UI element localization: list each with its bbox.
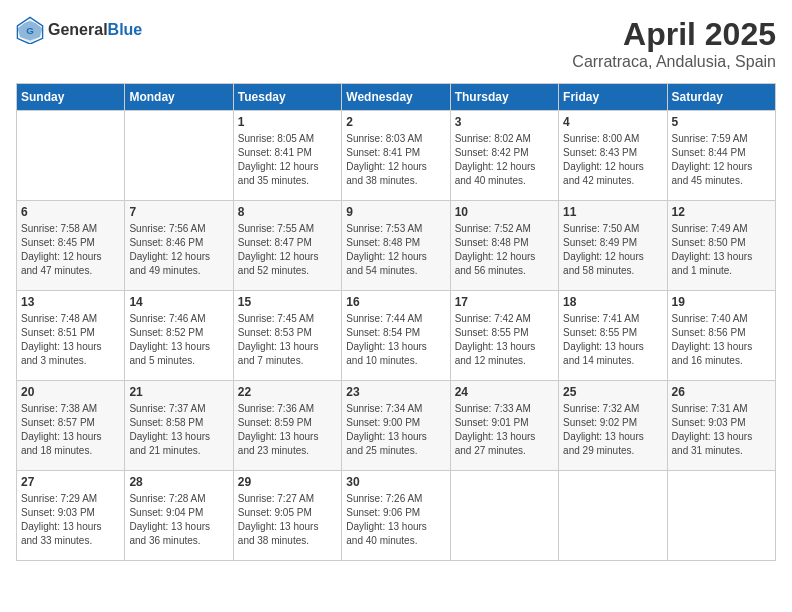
day-info: Sunrise: 7:55 AMSunset: 8:47 PMDaylight:… — [238, 222, 337, 278]
day-header-saturday: Saturday — [667, 84, 775, 111]
calendar-cell: 14Sunrise: 7:46 AMSunset: 8:52 PMDayligh… — [125, 291, 233, 381]
day-info: Sunrise: 7:29 AMSunset: 9:03 PMDaylight:… — [21, 492, 120, 548]
calendar-cell — [450, 471, 558, 561]
day-number: 22 — [238, 385, 337, 399]
day-info: Sunrise: 7:33 AMSunset: 9:01 PMDaylight:… — [455, 402, 554, 458]
title-block: April 2025 Carratraca, Andalusia, Spain — [572, 16, 776, 71]
week-row-0: 1Sunrise: 8:05 AMSunset: 8:41 PMDaylight… — [17, 111, 776, 201]
calendar-cell: 20Sunrise: 7:38 AMSunset: 8:57 PMDayligh… — [17, 381, 125, 471]
day-info: Sunrise: 7:40 AMSunset: 8:56 PMDaylight:… — [672, 312, 771, 368]
day-info: Sunrise: 7:28 AMSunset: 9:04 PMDaylight:… — [129, 492, 228, 548]
day-info: Sunrise: 8:00 AMSunset: 8:43 PMDaylight:… — [563, 132, 662, 188]
day-of-week-row: SundayMondayTuesdayWednesdayThursdayFrid… — [17, 84, 776, 111]
day-info: Sunrise: 7:31 AMSunset: 9:03 PMDaylight:… — [672, 402, 771, 458]
day-info: Sunrise: 7:58 AMSunset: 8:45 PMDaylight:… — [21, 222, 120, 278]
day-number: 5 — [672, 115, 771, 129]
day-number: 13 — [21, 295, 120, 309]
day-number: 21 — [129, 385, 228, 399]
day-info: Sunrise: 7:45 AMSunset: 8:53 PMDaylight:… — [238, 312, 337, 368]
calendar-cell — [667, 471, 775, 561]
calendar-cell: 6Sunrise: 7:58 AMSunset: 8:45 PMDaylight… — [17, 201, 125, 291]
day-number: 28 — [129, 475, 228, 489]
day-number: 6 — [21, 205, 120, 219]
main-title: April 2025 — [572, 16, 776, 53]
week-row-3: 20Sunrise: 7:38 AMSunset: 8:57 PMDayligh… — [17, 381, 776, 471]
calendar-cell: 24Sunrise: 7:33 AMSunset: 9:01 PMDayligh… — [450, 381, 558, 471]
day-info: Sunrise: 7:36 AMSunset: 8:59 PMDaylight:… — [238, 402, 337, 458]
day-header-thursday: Thursday — [450, 84, 558, 111]
day-number: 27 — [21, 475, 120, 489]
day-info: Sunrise: 7:52 AMSunset: 8:48 PMDaylight:… — [455, 222, 554, 278]
day-info: Sunrise: 7:50 AMSunset: 8:49 PMDaylight:… — [563, 222, 662, 278]
day-number: 8 — [238, 205, 337, 219]
calendar-cell: 26Sunrise: 7:31 AMSunset: 9:03 PMDayligh… — [667, 381, 775, 471]
day-header-sunday: Sunday — [17, 84, 125, 111]
day-number: 1 — [238, 115, 337, 129]
day-info: Sunrise: 8:02 AMSunset: 8:42 PMDaylight:… — [455, 132, 554, 188]
calendar-cell: 30Sunrise: 7:26 AMSunset: 9:06 PMDayligh… — [342, 471, 450, 561]
day-info: Sunrise: 7:27 AMSunset: 9:05 PMDaylight:… — [238, 492, 337, 548]
day-number: 24 — [455, 385, 554, 399]
week-row-2: 13Sunrise: 7:48 AMSunset: 8:51 PMDayligh… — [17, 291, 776, 381]
day-number: 30 — [346, 475, 445, 489]
calendar-cell: 22Sunrise: 7:36 AMSunset: 8:59 PMDayligh… — [233, 381, 341, 471]
logo: G GeneralBlue — [16, 16, 142, 44]
calendar-cell: 10Sunrise: 7:52 AMSunset: 8:48 PMDayligh… — [450, 201, 558, 291]
day-info: Sunrise: 7:26 AMSunset: 9:06 PMDaylight:… — [346, 492, 445, 548]
calendar-cell: 15Sunrise: 7:45 AMSunset: 8:53 PMDayligh… — [233, 291, 341, 381]
calendar-cell: 17Sunrise: 7:42 AMSunset: 8:55 PMDayligh… — [450, 291, 558, 381]
day-info: Sunrise: 7:32 AMSunset: 9:02 PMDaylight:… — [563, 402, 662, 458]
calendar-cell: 23Sunrise: 7:34 AMSunset: 9:00 PMDayligh… — [342, 381, 450, 471]
day-info: Sunrise: 7:44 AMSunset: 8:54 PMDaylight:… — [346, 312, 445, 368]
day-number: 3 — [455, 115, 554, 129]
subtitle: Carratraca, Andalusia, Spain — [572, 53, 776, 71]
calendar-cell: 4Sunrise: 8:00 AMSunset: 8:43 PMDaylight… — [559, 111, 667, 201]
svg-text:G: G — [26, 25, 34, 36]
calendar-cell: 19Sunrise: 7:40 AMSunset: 8:56 PMDayligh… — [667, 291, 775, 381]
day-number: 29 — [238, 475, 337, 489]
day-info: Sunrise: 8:03 AMSunset: 8:41 PMDaylight:… — [346, 132, 445, 188]
day-number: 23 — [346, 385, 445, 399]
day-number: 20 — [21, 385, 120, 399]
day-info: Sunrise: 7:59 AMSunset: 8:44 PMDaylight:… — [672, 132, 771, 188]
day-info: Sunrise: 7:49 AMSunset: 8:50 PMDaylight:… — [672, 222, 771, 278]
calendar-cell: 29Sunrise: 7:27 AMSunset: 9:05 PMDayligh… — [233, 471, 341, 561]
day-number: 26 — [672, 385, 771, 399]
calendar: SundayMondayTuesdayWednesdayThursdayFrid… — [16, 83, 776, 561]
logo-blue: Blue — [108, 21, 143, 38]
logo-icon: G — [16, 16, 44, 44]
calendar-cell: 8Sunrise: 7:55 AMSunset: 8:47 PMDaylight… — [233, 201, 341, 291]
day-number: 15 — [238, 295, 337, 309]
day-number: 16 — [346, 295, 445, 309]
calendar-cell: 18Sunrise: 7:41 AMSunset: 8:55 PMDayligh… — [559, 291, 667, 381]
calendar-cell: 7Sunrise: 7:56 AMSunset: 8:46 PMDaylight… — [125, 201, 233, 291]
day-info: Sunrise: 7:41 AMSunset: 8:55 PMDaylight:… — [563, 312, 662, 368]
day-header-friday: Friday — [559, 84, 667, 111]
day-info: Sunrise: 7:56 AMSunset: 8:46 PMDaylight:… — [129, 222, 228, 278]
day-info: Sunrise: 7:48 AMSunset: 8:51 PMDaylight:… — [21, 312, 120, 368]
day-number: 11 — [563, 205, 662, 219]
calendar-cell: 3Sunrise: 8:02 AMSunset: 8:42 PMDaylight… — [450, 111, 558, 201]
calendar-cell: 21Sunrise: 7:37 AMSunset: 8:58 PMDayligh… — [125, 381, 233, 471]
calendar-cell: 5Sunrise: 7:59 AMSunset: 8:44 PMDaylight… — [667, 111, 775, 201]
day-header-wednesday: Wednesday — [342, 84, 450, 111]
day-info: Sunrise: 7:53 AMSunset: 8:48 PMDaylight:… — [346, 222, 445, 278]
day-number: 10 — [455, 205, 554, 219]
day-header-tuesday: Tuesday — [233, 84, 341, 111]
day-info: Sunrise: 7:34 AMSunset: 9:00 PMDaylight:… — [346, 402, 445, 458]
day-number: 25 — [563, 385, 662, 399]
day-number: 19 — [672, 295, 771, 309]
calendar-body: 1Sunrise: 8:05 AMSunset: 8:41 PMDaylight… — [17, 111, 776, 561]
day-info: Sunrise: 7:37 AMSunset: 8:58 PMDaylight:… — [129, 402, 228, 458]
calendar-cell: 12Sunrise: 7:49 AMSunset: 8:50 PMDayligh… — [667, 201, 775, 291]
calendar-cell: 16Sunrise: 7:44 AMSunset: 8:54 PMDayligh… — [342, 291, 450, 381]
day-info: Sunrise: 7:38 AMSunset: 8:57 PMDaylight:… — [21, 402, 120, 458]
day-number: 18 — [563, 295, 662, 309]
calendar-cell — [559, 471, 667, 561]
day-number: 7 — [129, 205, 228, 219]
day-info: Sunrise: 7:46 AMSunset: 8:52 PMDaylight:… — [129, 312, 228, 368]
calendar-cell: 27Sunrise: 7:29 AMSunset: 9:03 PMDayligh… — [17, 471, 125, 561]
calendar-cell: 28Sunrise: 7:28 AMSunset: 9:04 PMDayligh… — [125, 471, 233, 561]
calendar-cell: 25Sunrise: 7:32 AMSunset: 9:02 PMDayligh… — [559, 381, 667, 471]
day-number: 12 — [672, 205, 771, 219]
